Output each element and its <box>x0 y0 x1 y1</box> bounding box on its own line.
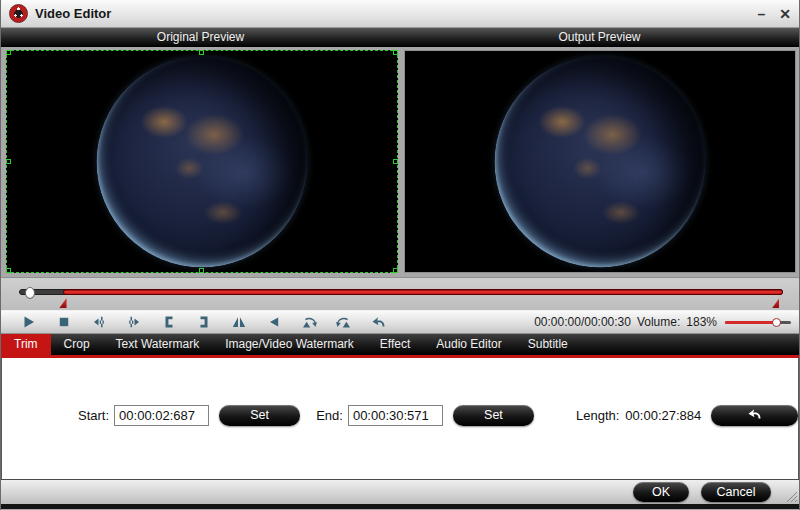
play-button[interactable] <box>15 312 43 332</box>
transport-toolbar: 00:00:00/00:00:30 Volume: 183% <box>1 310 799 334</box>
tab-image-video-watermark[interactable]: Image/Video Watermark <box>212 334 367 355</box>
length-label: Length: <box>576 408 619 423</box>
video-frame-earth <box>495 56 706 267</box>
app-icon <box>9 4 28 23</box>
tab-subtitle[interactable]: Subtitle <box>515 334 581 355</box>
tab-text-watermark[interactable]: Text Watermark <box>103 334 213 355</box>
flip-horizontal-button[interactable] <box>225 312 253 332</box>
tab-trim[interactable]: Trim <box>1 334 51 355</box>
end-time-input[interactable] <box>348 405 443 426</box>
rotate-left-button[interactable] <box>295 312 323 332</box>
next-frame-icon <box>126 314 142 330</box>
start-time-input[interactable] <box>114 405 209 426</box>
trim-start-button[interactable] <box>155 312 183 332</box>
next-frame-button[interactable] <box>120 312 148 332</box>
reset-arrow-icon <box>747 406 763 425</box>
footer-bar: OK Cancel <box>1 479 799 504</box>
window-title: Video Editor <box>35 6 111 21</box>
editor-tab-bar: Trim Crop Text Watermark Image/Video Wat… <box>1 334 799 355</box>
start-label: Start: <box>78 408 109 423</box>
trim-start-marker[interactable] <box>59 298 67 308</box>
output-preview-label: Output Preview <box>400 28 799 46</box>
stop-button[interactable] <box>50 312 78 332</box>
set-end-button[interactable]: Set <box>453 405 534 426</box>
flip-horizontal-icon <box>231 314 247 330</box>
time-display: 00:00:00/00:00:30 <box>534 315 631 329</box>
trim-end-bracket-icon <box>196 314 212 330</box>
volume-slider-thumb[interactable] <box>772 318 781 327</box>
minimize-button[interactable]: – <box>757 7 765 21</box>
rotate-right-button[interactable] <box>330 312 358 332</box>
length-value: 00:00:27:884 <box>625 408 701 423</box>
volume-fill <box>725 321 776 324</box>
play-icon <box>21 314 37 330</box>
tab-audio-editor[interactable]: Audio Editor <box>423 334 514 355</box>
flip-vertical-icon <box>266 314 282 330</box>
flip-vertical-button[interactable] <box>260 312 288 332</box>
original-preview-label: Original Preview <box>1 28 400 46</box>
reset-button[interactable] <box>365 312 393 332</box>
original-preview-pane <box>6 50 398 273</box>
trim-end-marker[interactable] <box>771 298 779 308</box>
crop-selection[interactable] <box>6 50 398 273</box>
title-bar: Video Editor – ✕ <box>1 0 799 28</box>
crop-handle[interactable] <box>393 159 398 164</box>
close-button[interactable]: ✕ <box>779 7 791 21</box>
crop-handle[interactable] <box>393 50 398 55</box>
previous-frame-button[interactable] <box>85 312 113 332</box>
output-preview-pane <box>404 50 796 273</box>
seek-strip <box>1 277 799 310</box>
trim-reset-button[interactable] <box>711 405 798 426</box>
seek-trim-range <box>63 289 783 295</box>
ok-button[interactable]: OK <box>633 482 689 502</box>
previous-frame-icon <box>91 314 107 330</box>
tab-effect[interactable]: Effect <box>367 334 423 355</box>
rotate-right-icon <box>336 314 352 330</box>
cancel-button[interactable]: Cancel <box>701 482 771 502</box>
window-bottom-edge <box>1 504 799 509</box>
crop-handle[interactable] <box>199 50 204 55</box>
stop-icon <box>56 314 72 330</box>
trim-end-button[interactable] <box>190 312 218 332</box>
set-start-button[interactable]: Set <box>219 405 300 426</box>
crop-handle[interactable] <box>6 50 11 55</box>
volume-label: Volume: <box>637 315 680 329</box>
volume-slider[interactable] <box>725 316 791 328</box>
crop-handle[interactable] <box>199 268 204 273</box>
crop-handle[interactable] <box>6 159 11 164</box>
reset-undo-icon <box>371 314 387 330</box>
trim-start-bracket-icon <box>161 314 177 330</box>
seek-thumb[interactable] <box>25 287 35 299</box>
end-label: End: <box>316 408 343 423</box>
preview-header-bar: Original Preview Output Preview <box>1 28 799 47</box>
crop-handle[interactable] <box>6 268 11 273</box>
trim-panel: Start: Set End: Set Length: 00:00:27:884 <box>1 358 799 479</box>
seek-bar[interactable] <box>19 289 783 295</box>
crop-handle[interactable] <box>393 268 398 273</box>
rotate-left-icon <box>301 314 317 330</box>
resize-grip[interactable] <box>787 492 797 502</box>
volume-value: 183% <box>686 315 717 329</box>
tab-crop[interactable]: Crop <box>51 334 103 355</box>
preview-area <box>1 47 799 277</box>
